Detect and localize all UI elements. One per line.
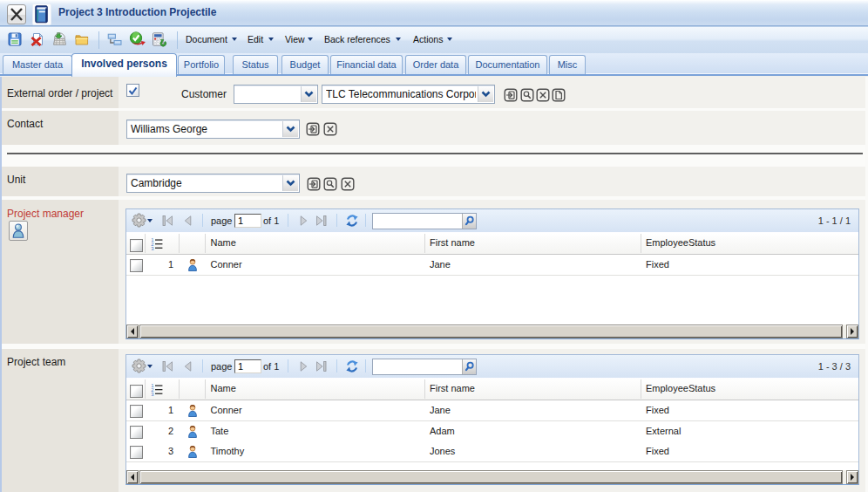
svg-text:3: 3 (151, 392, 154, 396)
svg-text:3: 3 (151, 246, 154, 250)
